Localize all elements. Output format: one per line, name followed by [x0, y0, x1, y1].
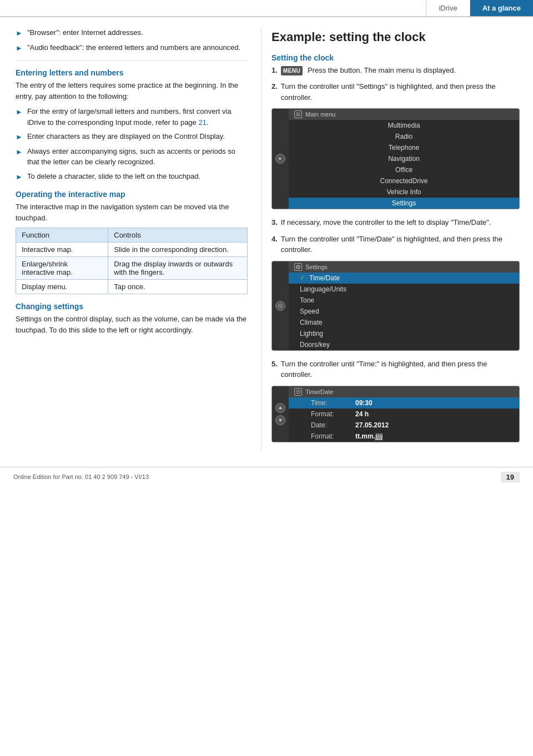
- step-text-1: Press the button. The main menu is displ…: [308, 66, 456, 74]
- page-number: 19: [501, 472, 520, 482]
- menu-item-multimedia: Multimedia: [289, 120, 519, 131]
- section1-bullets: ► For the entry of large/small letters a…: [16, 106, 248, 182]
- settings-left-nav: [272, 261, 289, 350]
- bullet-arrow-icon: ►: [16, 172, 23, 183]
- page-header: iDrive At a glance: [0, 0, 533, 17]
- settings-item-timedate: ✓ Time/Date: [289, 273, 519, 284]
- section3-heading: Changing settings: [16, 302, 248, 311]
- timedate-label-time: Time:: [311, 399, 355, 407]
- step-num-5: 5.: [271, 359, 278, 370]
- settings-item-speed: Speed: [289, 306, 519, 317]
- left-column: ► "Browser": enter Internet addresses. ►…: [0, 27, 261, 450]
- menu-item-telephone: Telephone: [289, 142, 519, 153]
- timedate-title-text: Time/Date: [305, 389, 333, 395]
- nav-indicator-icon: [275, 154, 285, 164]
- svg-marker-0: [280, 157, 281, 160]
- timedate-nav-up: [275, 403, 285, 413]
- footer-text: Online Edition for Part no. 01 40 2 909 …: [13, 473, 149, 480]
- timedate-label-format2: Format:: [311, 432, 355, 440]
- bullet-text: Enter characters as they are displayed o…: [27, 131, 225, 142]
- timedate-row-time: Time: 09:30: [289, 397, 519, 409]
- checkmark-icon: ✓: [300, 274, 305, 281]
- settings-item-climate: Climate: [289, 317, 519, 328]
- timedate-nav-down: [275, 415, 285, 425]
- timedate-title-bar: Time/Date: [289, 386, 519, 397]
- step-num-2: 2.: [271, 81, 278, 92]
- menu-item-vehicle-info: Vehicle Info: [289, 187, 519, 198]
- main-content: ► "Browser": enter Internet addresses. ►…: [0, 17, 533, 450]
- right-column: Example: setting the clock Setting the c…: [261, 27, 533, 450]
- menu-item-radio: Radio: [289, 131, 519, 142]
- menu-item-connecteddrive: ConnectedDrive: [289, 175, 519, 187]
- step-3: 3. If necessary, move the controller to …: [271, 217, 520, 228]
- step-content-3: If necessary, move the controller to the…: [281, 217, 520, 228]
- svg-rect-3: [296, 114, 300, 115]
- step-num-3: 3.: [271, 217, 278, 228]
- page-footer: Online Edition for Part no. 01 40 2 909 …: [0, 467, 533, 487]
- timedate-screen: Time/Date Time: 09:30 Format: 24 h Date:…: [271, 386, 520, 442]
- screen-title-bar: Main menu: [289, 109, 519, 120]
- settings-screen-content: Settings ✓ Time/Date Language/Units Tone…: [289, 261, 519, 350]
- timedate-value-time: 09:30: [355, 399, 373, 407]
- section1-heading: Entering letters and numbers: [16, 68, 248, 77]
- step-content-2: Turn the controller until "Settings" is …: [281, 81, 520, 103]
- menu-icon: [294, 110, 302, 118]
- svg-marker-10: [279, 419, 282, 422]
- table-cell-function: Enlarge/shrink interactive map.: [16, 257, 108, 280]
- section1-body: The entry of the letters requires some p…: [16, 80, 248, 102]
- page-link[interactable]: 21: [198, 118, 206, 127]
- screen-title-text: Main menu: [305, 111, 335, 118]
- settings-menu-list: ✓ Time/Date Language/Units Tone Speed Cl…: [289, 273, 519, 350]
- bullet-arrow-icon: ►: [16, 132, 23, 143]
- table-cell-controls: Drag the display inwards or outwards wit…: [108, 257, 248, 280]
- screen-wrapper: Main menu Multimedia Radio Telephone Nav…: [272, 109, 519, 209]
- table-cell-controls: Tap once.: [108, 280, 248, 294]
- timedate-row-format2: Format: tt.mm.jjjj: [289, 431, 519, 442]
- tab-at-glance[interactable]: At a glance: [470, 0, 533, 16]
- table-row: Interactive map. Slide in the correspond…: [16, 243, 248, 257]
- tab-idrive[interactable]: iDrive: [426, 0, 469, 16]
- timedate-value-format1: 24 h: [355, 410, 369, 418]
- section2-heading: Operating the interactive map: [16, 190, 248, 199]
- table-row: Display menu. Tap once.: [16, 280, 248, 294]
- settings-item-lighting: Lighting: [289, 328, 519, 339]
- settings-nav-icon: [275, 301, 285, 311]
- step-content-5: Turn the controller until "Time:" is hig…: [281, 359, 520, 380]
- top-bullets: ► "Browser": enter Internet addresses. ►…: [16, 27, 248, 53]
- timedate-value-format2: tt.mm.jjjj: [355, 432, 383, 440]
- steps-list-3: 5. Turn the controller until "Time:" is …: [271, 359, 520, 380]
- bullet-arrow-icon: ►: [16, 147, 23, 158]
- timedate-row-date: Date: 27.05.2012: [289, 420, 519, 431]
- header-left: [0, 0, 426, 16]
- table-cell-function: Interactive map.: [16, 243, 108, 257]
- timedate-screen-content: Time/Date Time: 09:30 Format: 24 h Date:…: [289, 386, 519, 442]
- step-2: 2. Turn the controller until "Settings" …: [271, 81, 520, 103]
- main-menu-list: Multimedia Radio Telephone Navigation Of…: [289, 120, 519, 209]
- settings-title-bar: Settings: [289, 261, 519, 273]
- timedate-value-date: 27.05.2012: [355, 421, 389, 429]
- section-heading-setting-clock: Setting the clock: [271, 53, 520, 62]
- bullet-text: Always enter accompanying signs, such as…: [27, 146, 248, 168]
- step-num-4: 4.: [271, 234, 278, 245]
- timedate-label-date: Date:: [311, 421, 355, 429]
- timedate-left-nav: [272, 386, 289, 442]
- steps-list-2: 3. If necessary, move the controller to …: [271, 217, 520, 255]
- timedate-row-format1: Format: 24 h: [289, 409, 519, 420]
- table-row: Enlarge/shrink interactive map. Drag the…: [16, 257, 248, 280]
- list-item: ► Always enter accompanying signs, such …: [16, 146, 248, 168]
- step-1: 1. MENU Press the button. The main menu …: [271, 65, 520, 76]
- svg-rect-4: [296, 115, 300, 116]
- screen-left-nav: [272, 109, 289, 209]
- screen-content: Main menu Multimedia Radio Telephone Nav…: [289, 109, 519, 209]
- interactive-map-table: Function Controls Interactive map. Slide…: [16, 228, 248, 294]
- table-header-controls: Controls: [108, 228, 248, 243]
- svg-marker-1: [279, 157, 280, 160]
- main-menu-screen: Main menu Multimedia Radio Telephone Nav…: [271, 108, 520, 209]
- bullet-text: "Browser": enter Internet addresses.: [27, 27, 143, 38]
- timedate-label-format1: Format:: [311, 410, 355, 418]
- bullet-text: "Audio feedback": the entered letters an…: [27, 42, 240, 53]
- settings-screen-wrapper: Settings ✓ Time/Date Language/Units Tone…: [272, 261, 519, 350]
- svg-rect-2: [296, 113, 300, 113]
- table-cell-function: Display menu.: [16, 280, 108, 294]
- step-4: 4. Turn the controller until "Time/Date"…: [271, 234, 520, 255]
